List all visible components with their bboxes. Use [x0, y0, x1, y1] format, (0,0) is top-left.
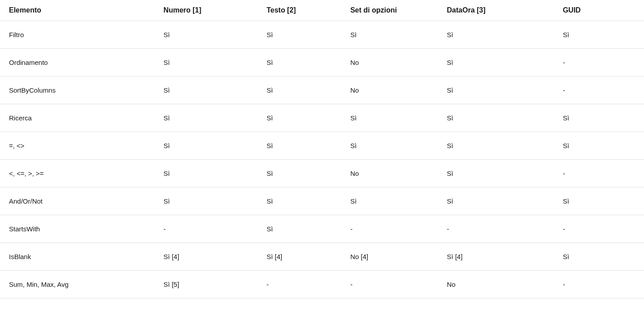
cell-elemento: <, <=, >, >= [0, 160, 155, 187]
table-row: IsBlank Sì [4] Sì [4] No [4] Sì [4] Sì [0, 243, 644, 271]
cell-numero: Sì [155, 21, 258, 49]
cell-numero: Sì [155, 187, 258, 215]
data-table: Elemento Numero [1] Testo [2] Set di opz… [0, 0, 644, 298]
cell-set-opzioni: - [341, 215, 438, 243]
table-row: Ordinamento Sì Sì No Sì - [0, 49, 644, 77]
cell-numero: Sì [155, 132, 258, 160]
cell-testo: Sì [258, 49, 341, 77]
cell-numero: Sì [155, 160, 258, 187]
table-row: Sum, Min, Max, Avg Sì [5] - - No - [0, 271, 644, 298]
cell-set-opzioni: No [4] [341, 243, 438, 271]
cell-dataora: Sì [438, 104, 554, 132]
cell-set-opzioni: Sì [341, 187, 438, 215]
cell-elemento: StartsWith [0, 215, 155, 243]
cell-dataora: - [438, 215, 554, 243]
cell-testo: Sì [258, 215, 341, 243]
cell-dataora: Sì [438, 132, 554, 160]
cell-set-opzioni: No [341, 77, 438, 104]
cell-dataora: Sì [438, 77, 554, 104]
cell-elemento: IsBlank [0, 243, 155, 271]
table-row: =, <> Sì Sì Sì Sì Sì [0, 132, 644, 160]
table-row: Ricerca Sì Sì Sì Sì Sì [0, 104, 644, 132]
cell-dataora: Sì [438, 160, 554, 187]
cell-guid: - [554, 49, 644, 77]
cell-guid: - [554, 271, 644, 298]
cell-guid: Sì [554, 21, 644, 49]
table-header-row: Elemento Numero [1] Testo [2] Set di opz… [0, 0, 644, 21]
cell-numero: Sì [4] [155, 243, 258, 271]
cell-numero: - [155, 215, 258, 243]
cell-testo: Sì [258, 104, 341, 132]
cell-elemento: SortByColumns [0, 77, 155, 104]
column-header-guid: GUID [554, 0, 644, 21]
cell-set-opzioni: - [341, 271, 438, 298]
cell-numero: Sì [155, 49, 258, 77]
cell-set-opzioni: Sì [341, 21, 438, 49]
cell-elemento: Filtro [0, 21, 155, 49]
cell-guid: Sì [554, 132, 644, 160]
cell-guid: - [554, 215, 644, 243]
column-header-elemento: Elemento [0, 0, 155, 21]
cell-testo: Sì [258, 132, 341, 160]
column-header-numero: Numero [1] [155, 0, 258, 21]
cell-testo: Sì [258, 77, 341, 104]
cell-elemento: Ricerca [0, 104, 155, 132]
cell-guid: - [554, 77, 644, 104]
cell-elemento: Ordinamento [0, 49, 155, 77]
cell-dataora: Sì [438, 21, 554, 49]
cell-elemento: =, <> [0, 132, 155, 160]
cell-dataora: No [438, 271, 554, 298]
table-row: <, <=, >, >= Sì Sì No Sì - [0, 160, 644, 187]
column-header-dataora: DataOra [3] [438, 0, 554, 21]
cell-numero: Sì [155, 77, 258, 104]
cell-numero: Sì [5] [155, 271, 258, 298]
cell-set-opzioni: Sì [341, 132, 438, 160]
cell-guid: Sì [554, 187, 644, 215]
table-body: Filtro Sì Sì Sì Sì Sì Ordinamento Sì Sì … [0, 21, 644, 298]
cell-testo: Sì [258, 187, 341, 215]
cell-guid: - [554, 160, 644, 187]
table-row: SortByColumns Sì Sì No Sì - [0, 77, 644, 104]
cell-elemento: And/Or/Not [0, 187, 155, 215]
table-row: Filtro Sì Sì Sì Sì Sì [0, 21, 644, 49]
cell-dataora: Sì [438, 187, 554, 215]
cell-testo: - [258, 271, 341, 298]
cell-dataora: Sì [4] [438, 243, 554, 271]
table-row: StartsWith - Sì - - - [0, 215, 644, 243]
cell-testo: Sì [258, 21, 341, 49]
column-header-set-opzioni: Set di opzioni [341, 0, 438, 21]
cell-dataora: Sì [438, 49, 554, 77]
column-header-testo: Testo [2] [258, 0, 341, 21]
cell-set-opzioni: No [341, 49, 438, 77]
cell-set-opzioni: No [341, 160, 438, 187]
cell-guid: Sì [554, 243, 644, 271]
table-row: And/Or/Not Sì Sì Sì Sì Sì [0, 187, 644, 215]
cell-testo: Sì [258, 160, 341, 187]
cell-guid: Sì [554, 104, 644, 132]
cell-numero: Sì [155, 104, 258, 132]
cell-set-opzioni: Sì [341, 104, 438, 132]
cell-testo: Sì [4] [258, 243, 341, 271]
cell-elemento: Sum, Min, Max, Avg [0, 271, 155, 298]
